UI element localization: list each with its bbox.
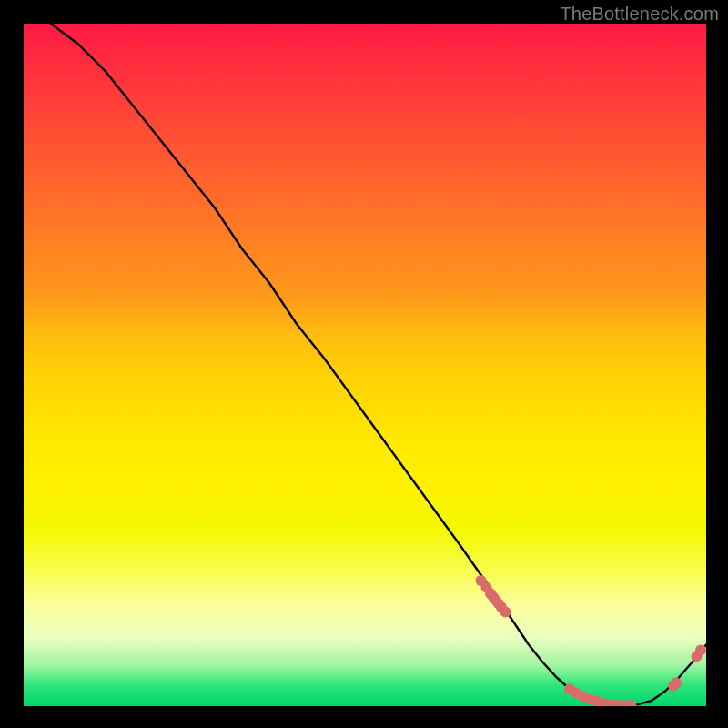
data-point: [476, 575, 487, 586]
plot-area: [24, 24, 706, 706]
watermark-text: TheBottleneck.com: [560, 4, 719, 25]
chart-svg: [24, 24, 706, 706]
data-point: [485, 588, 496, 599]
data-point: [599, 698, 610, 706]
data-point: [592, 696, 602, 706]
data-point: [481, 582, 492, 593]
data-point: [692, 651, 703, 662]
data-point: [585, 694, 596, 705]
marker-layer: [476, 575, 707, 706]
data-point: [564, 683, 575, 694]
data-point: [612, 700, 623, 706]
data-point: [626, 700, 637, 706]
data-point: [671, 678, 682, 689]
chart-container: TheBottleneck.com: [0, 0, 728, 728]
data-point: [500, 607, 511, 618]
data-point: [571, 688, 582, 699]
data-point: [619, 700, 630, 706]
data-point: [493, 599, 504, 610]
data-point: [496, 602, 507, 612]
data-point: [605, 699, 616, 706]
data-point: [490, 595, 501, 606]
data-point: [668, 681, 679, 692]
data-point: [578, 692, 589, 703]
data-point: [488, 592, 499, 602]
bottleneck-curve: [51, 24, 706, 705]
curve-layer: [51, 24, 706, 705]
data-point: [695, 645, 706, 656]
